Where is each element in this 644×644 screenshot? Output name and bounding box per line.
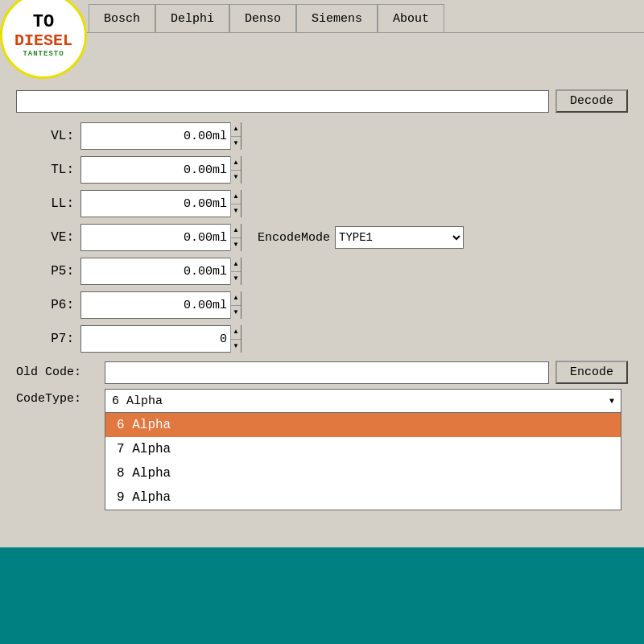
vl-input[interactable] xyxy=(81,123,230,149)
p5-down-button[interactable]: ▼ xyxy=(231,272,241,286)
ve-down-button[interactable]: ▼ xyxy=(231,238,241,252)
codetype-dropdown: 6 Alpha 7 Alpha 8 Alpha 9 Alpha xyxy=(105,413,621,510)
p7-spinner-buttons: ▲ ▼ xyxy=(230,325,241,353)
bottom-bar xyxy=(0,547,644,644)
encode-mode-row: EncodeMode TYPE1 TYPE2 TYPE3 xyxy=(258,226,464,249)
ve-input[interactable] xyxy=(81,225,230,250)
oldcode-row: Old Code: Encode xyxy=(16,361,628,384)
encode-mode-select[interactable]: TYPE1 TYPE2 TYPE3 xyxy=(335,226,464,249)
p5-spinner: ▲ ▼ xyxy=(80,258,242,285)
codetype-select-display[interactable]: 6 Alpha ▼ xyxy=(105,389,621,413)
vl-label: VL: xyxy=(16,129,80,143)
chevron-down-icon: ▼ xyxy=(609,397,614,406)
main-content: Decode VL: ▲ ▼ TL: ▲ ▼ xyxy=(0,33,644,421)
ll-label: LL: xyxy=(16,196,80,211)
p6-spinner: ▲ ▼ xyxy=(80,291,242,319)
encode-mode-label: EncodeMode xyxy=(258,231,330,245)
ve-up-button[interactable]: ▲ xyxy=(231,224,241,238)
logo-to: TO xyxy=(33,13,54,32)
ve-label: VE: xyxy=(16,230,80,245)
decode-button[interactable]: Decode xyxy=(555,89,628,113)
ve-spinner-buttons: ▲ ▼ xyxy=(230,224,241,251)
tl-down-button[interactable]: ▼ xyxy=(231,171,241,184)
tl-up-button[interactable]: ▲ xyxy=(231,156,241,171)
p7-row: P7: ▲ ▼ xyxy=(16,324,628,354)
p6-label: P6: xyxy=(16,298,80,312)
top-nav: TO DIESEL TANTESTO Bosch Delphi Denso Si… xyxy=(0,0,644,33)
p5-row: P5: ▲ ▼ xyxy=(16,256,628,287)
ll-down-button[interactable]: ▼ xyxy=(231,204,241,218)
tl-spinner: ▲ ▼ xyxy=(80,156,242,184)
p7-label: P7: xyxy=(16,332,80,346)
logo-tantesto: TANTESTO xyxy=(23,50,64,58)
tab-denso[interactable]: Denso xyxy=(229,4,296,32)
vl-spinner-buttons: ▲ ▼ xyxy=(230,122,241,150)
nav-tabs: Bosch Delphi Denso Siemens About xyxy=(89,0,444,32)
p6-row: P6: ▲ ▼ xyxy=(16,290,628,320)
vl-row: VL: ▲ ▼ xyxy=(16,121,628,151)
decode-input[interactable] xyxy=(16,90,549,113)
bottom-section: Old Code: Encode CodeType: 6 Alpha ▼ 6 A… xyxy=(16,361,628,413)
codetype-label: CodeType: xyxy=(16,389,105,406)
p5-spinner-buttons: ▲ ▼ xyxy=(230,258,241,285)
codetype-option-7alpha[interactable]: 7 Alpha xyxy=(105,437,621,461)
p6-input[interactable] xyxy=(81,292,230,318)
p7-input[interactable] xyxy=(81,326,230,352)
p5-up-button[interactable]: ▲ xyxy=(231,258,241,272)
codetype-row: CodeType: 6 Alpha ▼ 6 Alpha 7 Alpha 8 Al… xyxy=(16,389,628,413)
tab-bosch[interactable]: Bosch xyxy=(89,4,155,32)
p6-spinner-buttons: ▲ ▼ xyxy=(230,291,241,319)
p7-down-button[interactable]: ▼ xyxy=(231,340,241,353)
p7-spinner: ▲ ▼ xyxy=(80,325,242,353)
decode-row: Decode xyxy=(16,89,628,113)
ll-input[interactable] xyxy=(81,191,230,217)
logo-diesel: DIESEL xyxy=(14,32,72,50)
codetype-option-9alpha[interactable]: 9 Alpha xyxy=(105,485,621,510)
tl-spinner-buttons: ▲ ▼ xyxy=(230,156,241,184)
ve-spinner: ▲ ▼ xyxy=(80,224,242,251)
tab-about[interactable]: About xyxy=(378,4,444,32)
p6-up-button[interactable]: ▲ xyxy=(231,291,241,306)
oldcode-input[interactable] xyxy=(105,361,549,384)
ll-up-button[interactable]: ▲ xyxy=(231,190,241,204)
codetype-option-6alpha[interactable]: 6 Alpha xyxy=(105,413,621,437)
oldcode-label: Old Code: xyxy=(16,365,105,379)
tl-label: TL: xyxy=(16,163,80,177)
tl-input[interactable] xyxy=(81,157,230,183)
form-area: VL: ▲ ▼ TL: ▲ ▼ LL: xyxy=(16,121,628,354)
p5-label: P5: xyxy=(16,264,80,279)
ll-spinner-buttons: ▲ ▼ xyxy=(230,190,241,217)
encode-button[interactable]: Encode xyxy=(555,361,628,384)
tab-siemens[interactable]: Siemens xyxy=(296,4,378,32)
ve-row: VE: ▲ ▼ EncodeMode TYPE1 TYPE2 TYPE3 xyxy=(16,222,628,253)
codetype-wrapper: 6 Alpha ▼ 6 Alpha 7 Alpha 8 Alpha 9 Alph… xyxy=(105,389,621,413)
vl-down-button[interactable]: ▼ xyxy=(231,137,241,151)
tab-delphi[interactable]: Delphi xyxy=(155,4,229,32)
vl-up-button[interactable]: ▲ xyxy=(231,122,241,137)
vl-spinner: ▲ ▼ xyxy=(80,122,242,150)
p7-up-button[interactable]: ▲ xyxy=(231,325,241,340)
codetype-option-8alpha[interactable]: 8 Alpha xyxy=(105,461,621,485)
p5-input[interactable] xyxy=(81,258,230,284)
ll-row: LL: ▲ ▼ xyxy=(16,188,628,219)
codetype-current-value: 6 Alpha xyxy=(112,394,163,408)
tl-row: TL: ▲ ▼ xyxy=(16,155,628,185)
ll-spinner: ▲ ▼ xyxy=(80,190,242,217)
p6-down-button[interactable]: ▼ xyxy=(231,306,241,320)
